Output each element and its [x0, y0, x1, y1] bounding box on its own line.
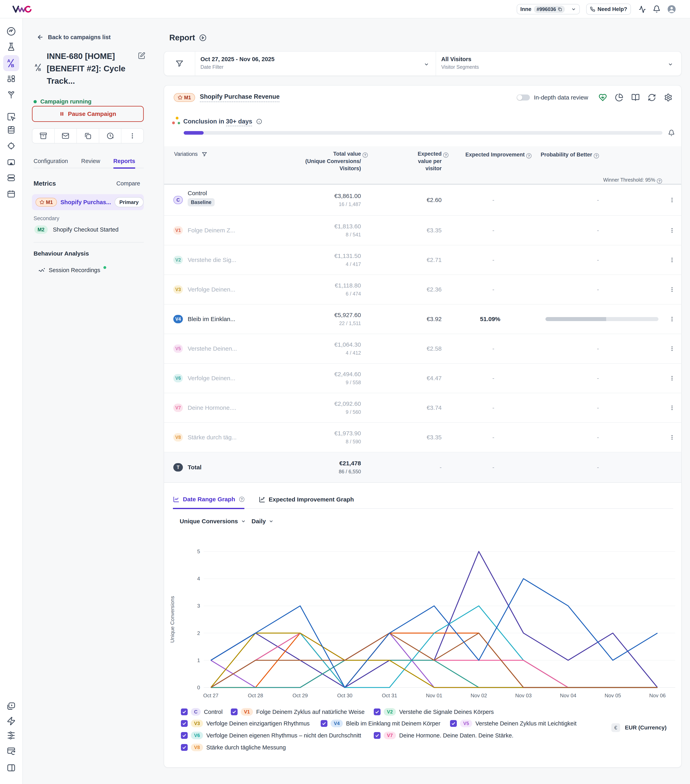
- svg-text:0: 0: [197, 685, 200, 690]
- svg-text:Nov 04: Nov 04: [560, 692, 576, 698]
- svg-text:A: A: [7, 58, 10, 63]
- svg-text:Unique Conversions: Unique Conversions: [169, 596, 175, 643]
- svg-text:Nov 03: Nov 03: [515, 692, 532, 698]
- svg-text:Nov 02: Nov 02: [471, 692, 487, 698]
- svg-text:B: B: [11, 63, 14, 68]
- svg-text:3: 3: [197, 603, 200, 609]
- svg-text:1: 1: [197, 657, 200, 663]
- svg-text:Oct 29: Oct 29: [292, 692, 308, 698]
- svg-text:A: A: [35, 63, 38, 68]
- svg-text:Oct 28: Oct 28: [248, 692, 263, 698]
- svg-text:4: 4: [197, 576, 200, 581]
- svg-text:5: 5: [197, 548, 200, 554]
- svg-text:B: B: [38, 68, 41, 72]
- svg-text:Nov 01: Nov 01: [426, 692, 442, 698]
- svg-text:Oct 30: Oct 30: [337, 692, 353, 698]
- svg-text:Oct 27: Oct 27: [203, 692, 219, 698]
- svg-text:2: 2: [197, 630, 200, 636]
- svg-text:Oct 31: Oct 31: [382, 692, 397, 698]
- svg-text:Nov 06: Nov 06: [649, 692, 665, 698]
- svg-text:Nov 05: Nov 05: [605, 692, 621, 698]
